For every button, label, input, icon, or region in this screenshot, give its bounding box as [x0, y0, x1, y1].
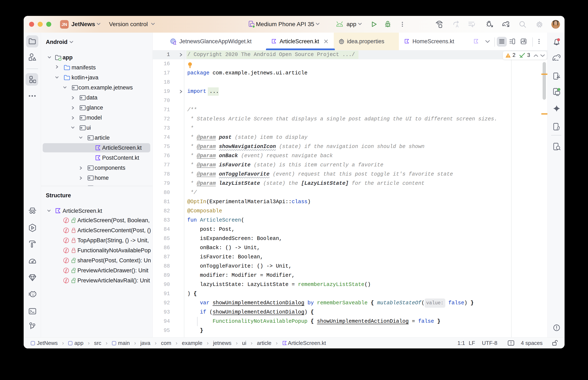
svg-text:A: A: [456, 24, 459, 28]
